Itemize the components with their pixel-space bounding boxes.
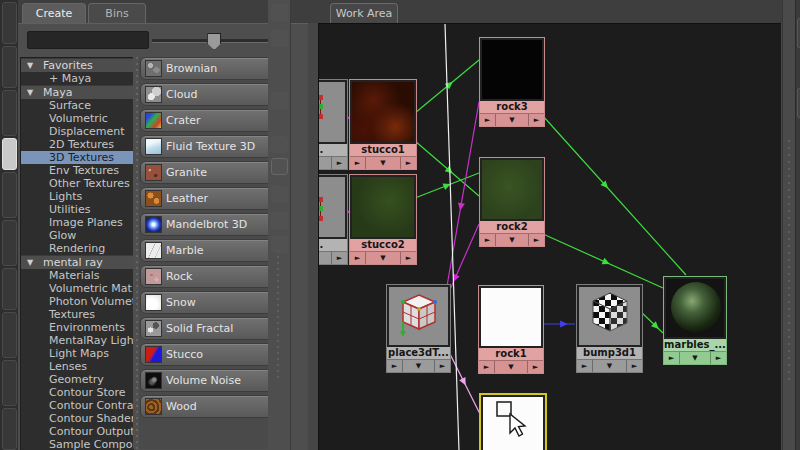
texture-button-leather[interactable]: Leather — [140, 187, 276, 210]
tree-item-glow[interactable]: Glow — [21, 229, 133, 242]
tree-section-favorites[interactable]: ▼Favorites — [21, 58, 133, 72]
node-rock1[interactable]: rock1►▼► — [478, 285, 544, 374]
tree-item-image-planes[interactable]: Image Planes — [21, 216, 133, 229]
texture-button-stucco[interactable]: Stucco — [140, 343, 276, 366]
node-rock3[interactable]: rock3►▼► — [479, 37, 545, 127]
node-input-arrow-icon[interactable]: ► — [350, 157, 365, 169]
wire-texture[interactable] — [543, 116, 686, 275]
texture-button-cloud[interactable]: Cloud — [140, 83, 276, 106]
texture-button-brownian[interactable]: Brownian — [140, 57, 276, 80]
node-expand-arrow-icon[interactable]: ▼ — [495, 234, 529, 246]
texture-button-fluid-texture-3d[interactable]: Fluid Texture 3D — [140, 135, 276, 158]
tree-item-geometry[interactable]: Geometry — [21, 373, 133, 386]
tree-item-2d-textures[interactable]: 2D Textures — [21, 138, 133, 151]
side-toolbar-button[interactable] — [271, 186, 288, 203]
texture-button-rock[interactable]: Rock — [140, 265, 276, 288]
node-stucco2[interactable]: stucco2►▼► — [349, 174, 417, 265]
node-bump3d1[interactable]: bump3d1►▼► — [576, 284, 643, 373]
node-selected-node[interactable] — [479, 393, 547, 450]
edge-toolbar-button[interactable] — [2, 46, 17, 88]
edge-toolbar-button[interactable] — [2, 360, 17, 406]
side-toolbar-button[interactable] — [271, 30, 288, 47]
icon-size-slider[interactable] — [152, 39, 272, 43]
node-input-arrow-icon[interactable]: ► — [480, 114, 495, 126]
node-expand-arrow-icon[interactable]: ▼ — [365, 157, 401, 169]
side-toolbar-button[interactable] — [271, 236, 288, 253]
tree-item-environments[interactable]: Environments — [21, 321, 133, 334]
texture-button-volume-noise[interactable]: Volume Noise — [140, 369, 276, 392]
node-input-arrow-icon[interactable]: ► — [664, 352, 679, 364]
wire-placement[interactable] — [447, 102, 479, 286]
node-graph-canvas[interactable]: T...►▼►T...►▼►stucco1►▼►stucco2►▼►rock3►… — [318, 23, 781, 450]
side-toolbar-button[interactable] — [271, 212, 288, 229]
tree-item-textures[interactable]: Textures — [21, 308, 133, 321]
side-toolbar-button[interactable] — [271, 136, 288, 153]
tree-item-sample-compo[interactable]: Sample Compo... — [21, 438, 133, 450]
node-expand-arrow-icon[interactable]: ▼ — [365, 252, 401, 264]
node-expand-arrow-icon[interactable]: ▼ — [402, 360, 435, 372]
node-output-arrow-icon[interactable]: ► — [401, 252, 416, 264]
tree-item-contour-output[interactable]: Contour Output — [21, 425, 133, 438]
texture-button-crater[interactable]: Crater — [140, 109, 276, 132]
tab-bins[interactable]: Bins — [88, 3, 146, 23]
slider-handle-icon[interactable] — [207, 33, 221, 50]
node-expand-arrow-icon[interactable]: ▼ — [318, 252, 332, 264]
tree-section-maya[interactable]: ▼Maya — [21, 85, 133, 99]
side-toolbar-button[interactable] — [271, 92, 288, 109]
tree-section-mental-ray[interactable]: ▼mental ray — [21, 255, 133, 269]
edge-toolbar-button[interactable] — [2, 2, 17, 44]
tree-item-contour-shader[interactable]: Contour Shader — [21, 412, 133, 425]
edge-toolbar-button[interactable] — [2, 268, 17, 310]
edge-toolbar-button[interactable] — [2, 312, 17, 358]
node-input-arrow-icon[interactable]: ► — [479, 361, 494, 373]
node-output-arrow-icon[interactable]: ► — [529, 234, 544, 246]
tree-item-maya[interactable]: + Maya — [21, 72, 133, 85]
node-rock2[interactable]: rock2►▼► — [479, 157, 545, 247]
tree-item-volumetric[interactable]: Volumetric — [21, 112, 133, 125]
edge-toolbar-button[interactable] — [2, 172, 17, 218]
node-output-arrow-icon[interactable]: ► — [401, 157, 416, 169]
tab-create[interactable]: Create — [22, 3, 86, 23]
edge-toolbar-button[interactable] — [2, 138, 17, 170]
node-expand-arrow-icon[interactable]: ▼ — [679, 352, 711, 364]
node-output-arrow-icon[interactable]: ► — [528, 361, 543, 373]
node-output-arrow-icon[interactable]: ► — [332, 252, 347, 264]
node-marbles[interactable]: marbles_...►▼► — [663, 276, 727, 365]
tree-item-photon-volumet[interactable]: Photon Volumet... — [21, 295, 133, 308]
tree-item-3d-textures[interactable]: 3D Textures — [21, 151, 133, 164]
tree-item-volumetric-mat[interactable]: Volumetric Mat... — [21, 282, 133, 295]
tree-item-env-textures[interactable]: Env Textures — [21, 164, 133, 177]
node-output-arrow-icon[interactable]: ► — [435, 360, 450, 372]
tree-item-lenses[interactable]: Lenses — [21, 360, 133, 373]
side-toolbar-button[interactable] — [271, 158, 288, 175]
texture-button-mandelbrot-3d[interactable]: Mandelbrot 3D — [140, 213, 276, 236]
node-input-arrow-icon[interactable]: ► — [350, 252, 365, 264]
tree-item-other-textures[interactable]: Other Textures — [21, 177, 133, 190]
node-output-arrow-icon[interactable]: ► — [627, 360, 642, 372]
tab-work-area[interactable]: Work Area — [330, 3, 398, 23]
tree-item-contour-store[interactable]: Contour Store — [21, 386, 133, 399]
node-place3dtexture-clipped-1[interactable]: T...►▼► — [318, 79, 348, 170]
node-expand-arrow-icon[interactable]: ▼ — [494, 361, 528, 373]
tree-item-mentalray-lights[interactable]: MentalRay Lights — [21, 334, 133, 347]
node-input-arrow-icon[interactable]: ► — [387, 360, 402, 372]
tree-item-utilities[interactable]: Utilities — [21, 203, 133, 216]
texture-button-wood[interactable]: Wood — [140, 395, 276, 418]
node-expand-arrow-icon[interactable]: ▼ — [592, 360, 627, 372]
node-expand-arrow-icon[interactable]: ▼ — [495, 114, 529, 126]
texture-button-snow[interactable]: Snow — [140, 291, 276, 314]
texture-button-solid-fractal[interactable]: Solid Fractal — [140, 317, 276, 340]
wire-highlight[interactable] — [445, 24, 459, 450]
tree-item-materials[interactable]: Materials — [21, 269, 133, 282]
node-expand-arrow-icon[interactable]: ▼ — [318, 157, 332, 169]
tree-item-lights[interactable]: Lights — [21, 190, 133, 203]
node-input-arrow-icon[interactable]: ► — [577, 360, 592, 372]
side-toolbar-button[interactable] — [271, 4, 288, 21]
tree-item-surface[interactable]: Surface — [21, 99, 133, 112]
filter-input[interactable] — [27, 31, 149, 49]
node-output-arrow-icon[interactable]: ► — [529, 114, 544, 126]
tree-item-light-maps[interactable]: Light Maps — [21, 347, 133, 360]
edge-toolbar-button[interactable] — [2, 220, 17, 266]
node-output-arrow-icon[interactable]: ► — [332, 157, 347, 169]
tree-item-contour-contrast[interactable]: Contour Contrast — [21, 399, 133, 412]
